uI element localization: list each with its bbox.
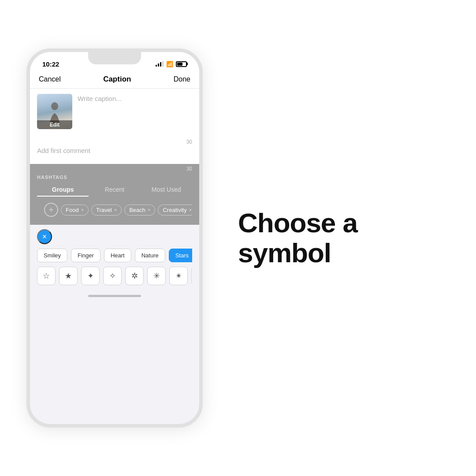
category-stars[interactable]: Stars [169,249,192,262]
caption-input[interactable]: Write caption... [78,94,192,132]
category-tabs: Smiley Finger Heart Nature Stars Bulle..… [37,249,192,262]
tag-chips-row: + Food × Travel × Beach × Creativity × [37,200,192,220]
symbol-btn-2[interactable]: ★ [59,267,78,285]
comment-input[interactable]: Add first comment [37,147,192,159]
comment-counter: 30 [37,137,192,147]
cancel-button[interactable]: Cancel [39,75,61,83]
battery-icon [176,61,187,67]
symbol-btn-7[interactable]: ✴ [169,267,188,285]
symbol-btn-1[interactable]: ☆ [37,267,56,285]
status-icons: 📶 [156,61,187,67]
tag-chip-food[interactable]: Food × [61,205,89,216]
category-finger[interactable]: Finger [71,249,100,262]
wifi-icon: 📶 [166,61,173,67]
hashtags-counter: 30 [37,164,192,173]
close-button[interactable]: × [37,229,52,244]
symbol-btn-3[interactable]: ✦ [81,267,100,285]
status-time: 10:22 [42,60,59,68]
home-indicator [30,290,199,304]
tab-recent[interactable]: Recent [89,183,140,197]
photo-thumbnail[interactable]: Edit [37,94,72,129]
svg-point-0 [51,102,58,110]
tab-groups[interactable]: Groups [37,183,89,197]
phone-frame: 10:22 📶 Cancel Caption Done [26,48,203,428]
category-smiley[interactable]: Smiley [37,249,67,262]
tag-chip-beach[interactable]: Beach × [124,205,155,216]
hashtags-label: HASHTAGS [37,173,192,183]
remove-beach-tag[interactable]: × [148,207,150,212]
hashtags-section: 30 HASHTAGS Groups Recent Most Used + Fo… [30,164,199,225]
headline: Choose a symbol [238,208,450,268]
signal-icon [156,61,164,67]
page-title: Caption [103,75,131,84]
hashtag-tabs: Groups Recent Most Used [37,183,192,200]
tab-most-used[interactable]: Most Used [141,183,192,197]
tag-chip-travel[interactable]: Travel × [91,205,122,216]
photo-edit-label[interactable]: Edit [37,120,72,129]
comment-section: 30 Add first comment [30,137,199,164]
symbol-panel: × Smiley Finger Heart Nature Stars Bulle… [30,225,199,290]
remove-food-tag[interactable]: × [81,207,84,212]
symbol-btn-6[interactable]: ✳ [147,267,166,285]
phone-notch [88,52,141,64]
home-bar [88,295,141,297]
nav-bar: Cancel Caption Done [30,71,199,89]
remove-creativity-tag[interactable]: × [189,207,192,212]
headline-line2: symbol [238,238,331,268]
done-button[interactable]: Done [174,75,190,83]
symbol-btn-4[interactable]: ✧ [103,267,122,285]
scene: 10:22 📶 Cancel Caption Done [26,48,450,428]
caption-area: Edit Write caption... [30,89,199,137]
tag-chip-creativity[interactable]: Creativity × [158,205,192,216]
symbol-btn-8[interactable]: · [191,267,192,285]
remove-travel-tag[interactable]: × [114,207,117,212]
right-text-block: Choose a symbol [229,208,450,268]
symbol-grid: ☆ ★ ✦ ✧ ✲ ✳ ✴ · [37,267,192,288]
headline-line1: Choose a [238,208,357,238]
category-heart[interactable]: Heart [104,249,131,262]
category-nature[interactable]: Nature [135,249,165,262]
add-tag-button[interactable]: + [44,203,58,217]
symbol-btn-5[interactable]: ✲ [125,267,144,285]
